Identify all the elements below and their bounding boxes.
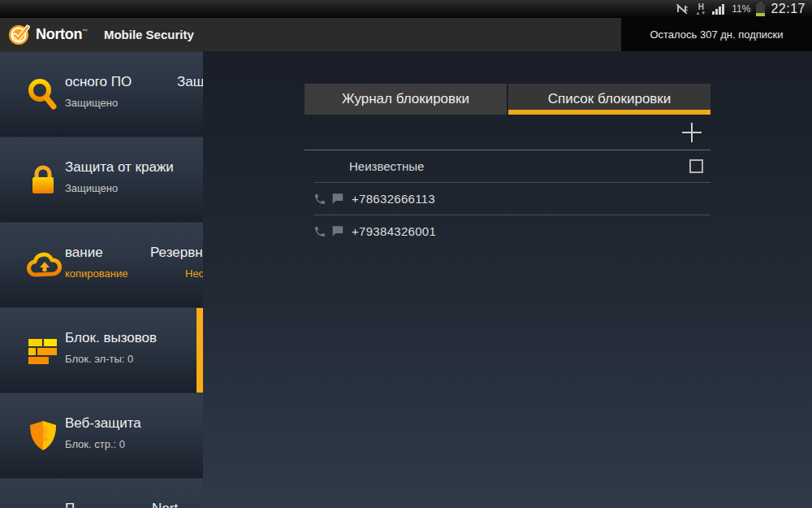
sidebar-item-app-advisor[interactable]: ПNort	[0, 478, 203, 508]
sms-icon	[331, 193, 344, 205]
blocked-number-row[interactable]: +78632666113	[304, 183, 710, 215]
magnifier-icon	[26, 77, 60, 111]
add-entry-button[interactable]	[673, 116, 710, 149]
sidebar-item-subtitle: Блок. эл-ты: 0	[65, 353, 203, 367]
phone-icon	[313, 225, 326, 238]
tab-block-log[interactable]: Журнал блокировки	[304, 84, 507, 115]
sidebar-item-subtitle: Блок. стр.: 0	[65, 438, 203, 453]
signal-strength-icon	[712, 3, 726, 15]
sidebar-item-title: ваниеРезервн	[65, 245, 203, 263]
sidebar-item-subtitle: Защищено	[65, 97, 203, 111]
sidebar-item-backup[interactable]: ваниеРезервн копированиеНео	[0, 222, 203, 307]
sidebar: осного ПОЗащ Защищено Защита от кражи За…	[0, 51, 203, 508]
tab-bar: Журнал блокировки Список блокировки	[304, 84, 710, 115]
tab-block-list[interactable]: Список блокировки	[508, 84, 710, 115]
entry-icons	[313, 193, 344, 206]
shield-icon	[26, 419, 60, 453]
cloud-backup-icon	[26, 248, 60, 282]
norton-logo: Norton™	[0, 24, 88, 46]
hspa-network-icon: H ▲▼	[695, 3, 706, 15]
call-blocking-panel: Журнал блокировки Список блокировки Неиз…	[304, 84, 710, 247]
blocked-number-row[interactable]: +79384326001	[304, 215, 710, 247]
app-title: Mobile Security	[104, 28, 194, 41]
blocked-number: +79384326001	[352, 224, 436, 238]
unknown-callers-row[interactable]: Неизвестные	[304, 150, 710, 182]
status-bar: H ▲▼ 11% 22:17	[0, 0, 812, 18]
unknown-callers-checkbox[interactable]	[689, 159, 703, 173]
sidebar-item-title: Защита от кражи	[65, 159, 203, 177]
silent-mode-icon	[676, 3, 689, 15]
entry-icons	[313, 225, 344, 238]
phone-icon	[313, 193, 326, 206]
battery-icon	[756, 2, 765, 16]
firewall-icon	[26, 333, 60, 367]
sidebar-item-subtitle: Защищено	[65, 182, 203, 197]
battery-percent: 11%	[732, 3, 750, 15]
unknown-callers-label: Неизвестные	[349, 159, 424, 173]
selected-indicator	[197, 308, 203, 393]
app-header: Norton™ Mobile Security Осталось 307 дн.…	[0, 18, 812, 51]
sidebar-item-title: Блок. вызовов	[65, 330, 203, 348]
clock: 22:17	[771, 2, 806, 16]
sidebar-item-antimalware[interactable]: осного ПОЗащ Защищено	[0, 51, 203, 137]
subscription-status: Осталось 307 дн. подписки	[621, 18, 812, 51]
main-content: Журнал блокировки Список блокировки Неиз…	[203, 51, 812, 508]
sidebar-item-subtitle: копированиеНео	[65, 267, 203, 282]
brand-name: Norton™	[36, 26, 88, 43]
sidebar-item-title: осного ПОЗащ	[65, 74, 203, 92]
lock-icon	[26, 163, 60, 197]
sms-icon	[331, 225, 344, 237]
sidebar-item-antitheft[interactable]: Защита от кражи Защищено	[0, 137, 203, 222]
add-row	[304, 115, 710, 150]
sidebar-item-title: ПNort	[65, 501, 203, 508]
sidebar-item-web-protection[interactable]: Веб-защита Блок. стр.: 0	[0, 393, 203, 478]
sidebar-item-title: Веб-защита	[65, 415, 203, 433]
blocked-number: +78632666113	[352, 192, 435, 206]
sidebar-item-call-blocking[interactable]: Блок. вызовов Блок. эл-ты: 0	[0, 307, 203, 393]
